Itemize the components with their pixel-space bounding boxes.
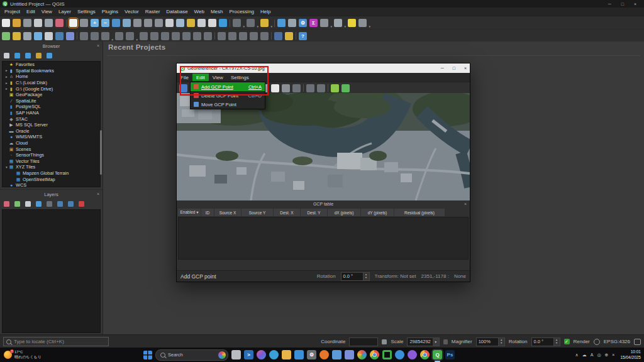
menu-item[interactable]: Vector (121, 9, 142, 14)
browser-properties-icon[interactable] (47, 53, 52, 58)
gcp-table-column-header[interactable]: Enabled ▾ (178, 209, 201, 216)
browser-refresh-icon[interactable] (14, 53, 20, 58)
pan-map-icon[interactable] (69, 19, 77, 27)
georeferencer-menu-item[interactable]: Settings (227, 74, 253, 81)
zoom-out-icon[interactable]: − (101, 19, 109, 27)
map-tips-icon[interactable] (348, 19, 356, 27)
microsoft-store-icon[interactable] (294, 350, 304, 359)
browser-item[interactable]: ▸ ▮ G:\ (Google Drive) (3, 85, 100, 92)
toolbar-icon[interactable] (66, 19, 67, 27)
zoom-in-icon[interactable]: + (91, 19, 99, 27)
menu-item-delete-gcp-point[interactable]: Delete GCP Point Ctrl+D (191, 91, 265, 100)
save-edits-icon[interactable] (91, 32, 99, 40)
snipping-tool-icon[interactable] (345, 350, 354, 359)
project-new-icon[interactable] (2, 19, 10, 27)
settings-icon[interactable]: ⚙ (307, 350, 316, 359)
toolbar-icon[interactable] (230, 19, 230, 27)
toggle-editing-icon[interactable] (80, 32, 88, 40)
browser-item[interactable]: ▸ ▮ C:\ (Local Disk) (3, 80, 100, 86)
browser-item[interactable]: ● WMS/WMTS (3, 134, 100, 140)
browser-item[interactable]: ▬ Oracle (3, 128, 100, 134)
deselect-features-icon[interactable] (247, 19, 255, 27)
coordinate-input[interactable] (349, 337, 378, 346)
menu-item[interactable]: Help (257, 9, 274, 14)
georef-zoom-to-layer-icon[interactable] (271, 84, 279, 92)
data-source-manager-icon[interactable] (2, 32, 10, 40)
browser-item[interactable]: ▶ MS SQL Server (3, 122, 100, 128)
open-layer-styling-icon[interactable] (4, 201, 9, 207)
undo-icon[interactable] (193, 32, 201, 40)
file-explorer-icon[interactable] (282, 350, 291, 359)
spinner-arrows-icon[interactable]: ▲▼ (498, 338, 504, 346)
chevron-down-icon[interactable]: ▼ (433, 338, 439, 346)
browser-item[interactable]: ▦ Vector Tiles (3, 158, 100, 165)
georef-zoom-last-icon[interactable] (282, 84, 290, 92)
copy-features-icon[interactable] (172, 32, 180, 40)
layer-labeling-icon[interactable] (228, 32, 236, 40)
gcp-table-column-header[interactable]: Residual (pixels) (394, 209, 445, 216)
spinner-arrows-icon[interactable]: ▲▼ (553, 338, 560, 346)
browser-item[interactable]: ▣ GeoPackage (3, 92, 100, 98)
new-3d-map-view-icon[interactable] (176, 19, 184, 27)
browser-item[interactable]: ▦ OpenStreetMap (3, 176, 100, 182)
tray-icon[interactable]: ☁ (582, 353, 587, 358)
show-bookmarks-icon[interactable] (197, 19, 206, 27)
redo-icon[interactable] (204, 32, 212, 40)
multi-edit-icon[interactable] (140, 32, 148, 40)
measure-icon[interactable] (334, 19, 342, 27)
collapse-all-icon[interactable] (68, 201, 74, 207)
manage-map-themes-icon[interactable] (25, 201, 31, 207)
browser-item[interactable]: ▸ ⌂ Home (3, 74, 100, 80)
add-vector-layer-icon[interactable] (13, 32, 21, 40)
georef-zoom-next-icon[interactable] (292, 84, 301, 92)
open-attribute-table-icon[interactable] (288, 19, 296, 27)
close-icon[interactable]: × (97, 192, 99, 196)
gcp-table-column-header[interactable]: dY (pixels) (361, 209, 394, 216)
raster-properties-icon[interactable] (317, 84, 325, 92)
browser-scrollbar[interactable] (100, 130, 102, 175)
notepad-icon[interactable] (332, 350, 341, 359)
georeferencer-menu-item[interactable]: View (209, 74, 227, 81)
add-delimited-text-layer-icon[interactable] (45, 32, 53, 40)
project-save-as-icon[interactable] (34, 19, 42, 27)
raster-calculator-icon[interactable] (320, 19, 328, 27)
toolbar-icon[interactable] (271, 32, 272, 40)
tray-icon[interactable]: × (612, 353, 614, 358)
browser-item[interactable]: ▾ ▦ XYZ Tiles (3, 164, 100, 170)
menu-item[interactable]: Project (1, 9, 23, 14)
render-checkbox[interactable]: ✓ (564, 339, 570, 344)
metasearch-icon[interactable] (274, 32, 282, 40)
github-desktop-icon[interactable] (408, 350, 417, 359)
window-control-button[interactable]: ─ (441, 66, 444, 70)
highlight-pinned-labels-icon[interactable] (250, 32, 258, 40)
lock-scale-icon[interactable] (443, 339, 448, 344)
qgis-taskbar-icon[interactable]: Q (433, 350, 442, 359)
project-properties-icon[interactable] (45, 19, 53, 27)
photos-icon[interactable] (357, 350, 367, 359)
new-map-view-icon[interactable] (165, 19, 174, 27)
transformation-settings-icon[interactable] (306, 84, 314, 92)
crs-globe-icon[interactable] (594, 339, 600, 345)
gcp-table-column-header[interactable]: ID (201, 209, 214, 216)
menu-item[interactable]: Layer (55, 9, 74, 14)
toolbar-icon[interactable] (296, 32, 296, 40)
blue-app-icon[interactable] (395, 350, 404, 359)
layer-diagram-icon[interactable] (239, 32, 247, 40)
tray-icon[interactable]: ⊕ (604, 353, 608, 358)
add-virtual-layer-icon[interactable] (66, 32, 74, 40)
edge-icon[interactable] (269, 350, 279, 359)
copilot-icon[interactable] (257, 350, 266, 359)
browser-item[interactable]: ∕ SpatiaLite (3, 98, 100, 104)
browser-collapse-all-icon[interactable] (36, 53, 42, 58)
taskbar-weather-widget[interactable]: 17°C 晴れのちくもり (4, 348, 42, 362)
magnifier-spinner[interactable]: 100% ▲▼ (476, 337, 505, 346)
gcp-table-body[interactable] (178, 217, 469, 260)
rotation-spinner[interactable]: 0.0 ° ▲▼ (341, 272, 370, 281)
extents-icon[interactable] (382, 339, 387, 344)
toolbar-icon[interactable] (274, 19, 275, 27)
project-open-icon[interactable] (13, 19, 21, 27)
menu-item[interactable]: Plugins (99, 9, 121, 14)
window-control-button[interactable]: □ (621, 2, 624, 6)
menu-item-move-gcp-point[interactable]: Move GCP Point (191, 100, 265, 109)
add-group-icon[interactable] (14, 201, 20, 207)
